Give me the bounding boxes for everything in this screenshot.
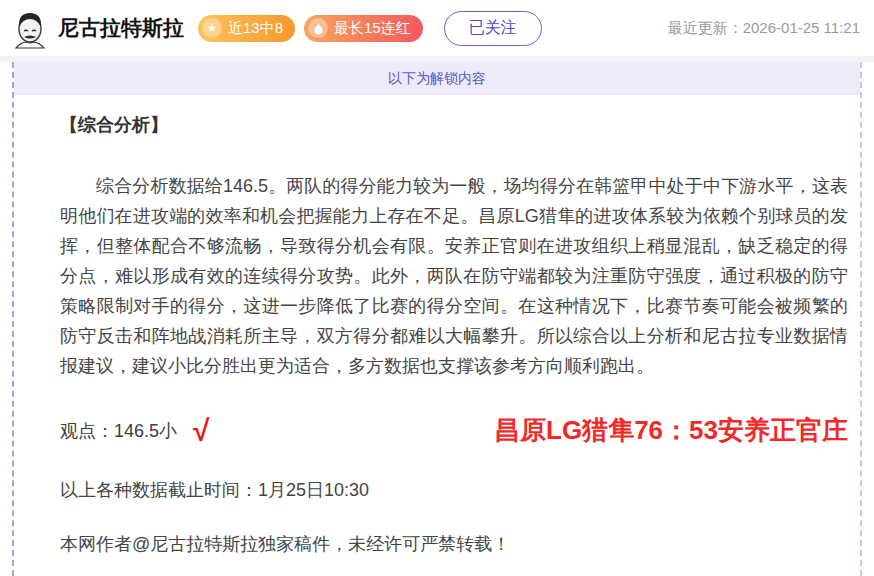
author-header: 尼古拉特斯拉 ★ 近13中8 最长15连红 已关注 最近更新：2026-01-2… — [0, 0, 874, 56]
author-name: 尼古拉特斯拉 — [58, 14, 184, 42]
hit-rate-label: 近13中8 — [228, 19, 283, 38]
avatar[interactable] — [10, 7, 50, 49]
data-deadline: 以上各种数据截止时间：1月25日10:30 — [60, 478, 848, 502]
unlock-banner: 以下为解锁内容 — [14, 62, 860, 95]
check-icon: √ — [193, 416, 209, 446]
viewpoint-value: 观点：146.5小 — [60, 419, 177, 443]
last-update-time: 最近更新：2026-01-25 11:21 — [668, 19, 860, 38]
analysis-article: 【综合分析】 综合分析数据给146.5。两队的得分能力较为一般，场均得分在韩篮甲… — [14, 95, 860, 576]
article-title: 【综合分析】 — [60, 113, 848, 137]
star-icon: ★ — [202, 18, 222, 38]
flame-icon — [308, 18, 328, 38]
streak-badge: 最长15连红 — [304, 15, 423, 42]
unlocked-content-panel: 以下为解锁内容 【综合分析】 综合分析数据给146.5。两队的得分能力较为一般，… — [12, 62, 862, 576]
viewpoint-row: 观点：146.5小 √ 昌原LG猎隼76：53安养正官庄 — [60, 413, 848, 448]
hit-rate-badge: ★ 近13中8 — [198, 15, 295, 42]
copyright-notice: 本网作者@尼古拉特斯拉独家稿件，未经许可严禁转载！ — [60, 532, 848, 556]
followed-button[interactable]: 已关注 — [444, 11, 542, 46]
analysis-paragraph: 综合分析数据给146.5。两队的得分能力较为一般，场均得分在韩篮甲中处于中下游水… — [60, 171, 848, 381]
streak-label: 最长15连红 — [334, 19, 411, 38]
final-score: 昌原LG猎隼76：53安养正官庄 — [494, 413, 848, 448]
